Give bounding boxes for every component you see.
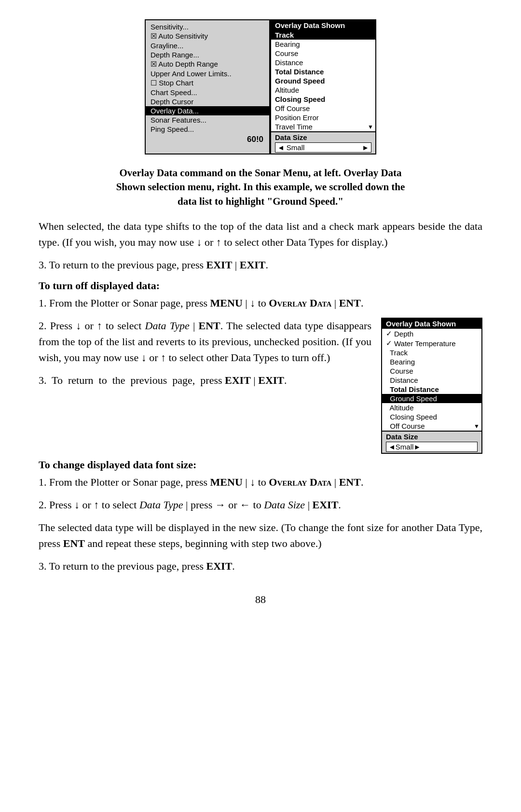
change-font-step1: 1. From the Plotter or Sonar page, press… bbox=[39, 474, 482, 490]
overlay-item-distance: Distance bbox=[271, 58, 375, 67]
data-size-value2: ◄ Small ► bbox=[386, 442, 478, 452]
overlay-item-course: Course bbox=[271, 49, 375, 58]
overlay-item-ground-speed: Ground Speed bbox=[271, 76, 375, 85]
caption-line2: Shown selection menu, right. In this exa… bbox=[116, 181, 405, 193]
heading-change-font: To change displayed data font size: bbox=[39, 459, 482, 471]
data-size-text: Small bbox=[287, 143, 305, 152]
screenshot-top: Sensitivity... Auto Sensitivity Grayline… bbox=[39, 19, 482, 154]
scroll-down-icon2: ▼ bbox=[474, 423, 480, 430]
menu-ping-speed: Ping Speed... bbox=[146, 125, 269, 134]
overlay2-item-course: Course bbox=[382, 366, 481, 376]
scroll-down-icon: ▼ bbox=[368, 124, 373, 130]
menu-sensitivity: Sensitivity... bbox=[146, 22, 269, 31]
overlay2-item-track: Track bbox=[382, 348, 481, 357]
overlay-item-track: Track bbox=[271, 30, 375, 40]
menu-sonar-features: Sonar Features... bbox=[146, 115, 269, 125]
overlay2-item-total-distance: Total Distance bbox=[382, 385, 481, 394]
overlay2-item-distance: Distance bbox=[382, 376, 481, 385]
arrow-right-icon: ► bbox=[362, 143, 369, 152]
overlay-panel-header: Overlay Data Shown bbox=[271, 20, 375, 30]
page-number: 88 bbox=[39, 593, 482, 606]
turn-off-step1: 1. From the Plotter or Sonar page, press… bbox=[39, 295, 482, 311]
data-size-text2: Small bbox=[396, 443, 414, 451]
overlay-item-total-distance: Total Distance bbox=[271, 67, 375, 76]
overlay-item-altitude: Altitude bbox=[271, 85, 375, 95]
checkmark-icon: ✓ bbox=[386, 339, 392, 348]
menu-auto-sensitivity: Auto Sensitivity bbox=[146, 31, 269, 41]
final-paragraph-1: The selected data type will be displayed… bbox=[39, 519, 482, 551]
overlay2-item-closing-speed: Closing Speed bbox=[382, 412, 481, 421]
sonar-menu-panel: Sensitivity... Auto Sensitivity Grayline… bbox=[145, 19, 270, 154]
overlay-item-closing-speed: Closing Speed bbox=[271, 95, 375, 104]
screenshot-bottom-right: Overlay Data Shown ✓Depth ✓Water Tempera… bbox=[381, 318, 482, 454]
paragraph-step3-return: 3. To return to the previous page, press… bbox=[39, 257, 482, 273]
overlay-item-off-course: Off Course bbox=[271, 104, 375, 113]
data-size-section2: Data Size ◄ Small ► bbox=[382, 431, 481, 453]
screenshot-caption: Overlay Data command on the Sonar Menu, … bbox=[39, 166, 482, 209]
menu-depth-cursor: Depth Cursor bbox=[146, 97, 269, 106]
paragraph-when-selected: When selected, the data type shifts to t… bbox=[39, 218, 482, 250]
depth-display: 60!0 bbox=[146, 134, 269, 144]
menu-overlay-data: Overlay Data... bbox=[146, 106, 269, 115]
data-size-label2: Data Size bbox=[386, 433, 478, 441]
menu-auto-depth-range: Auto Depth Range bbox=[146, 59, 269, 69]
checkmark-icon: ✓ bbox=[386, 329, 392, 338]
turn-off-section: Overlay Data Shown ✓Depth ✓Water Tempera… bbox=[39, 318, 482, 459]
overlay2-item-off-course: Off Course ▼ bbox=[382, 421, 481, 431]
data-size-label: Data Size bbox=[275, 133, 371, 141]
overlay2-header: Overlay Data Shown bbox=[382, 319, 481, 329]
menu-upper-lower: Upper And Lower Limits.. bbox=[146, 69, 269, 78]
overlay-item-position-error: Position Error bbox=[271, 113, 375, 122]
arrow-right-icon2: ► bbox=[413, 443, 421, 451]
overlay2-item-water-temp: ✓Water Temperature bbox=[382, 338, 481, 348]
data-size-value: ◄ Small ► bbox=[275, 142, 371, 153]
overlay-data-panel: Overlay Data Shown Track Bearing Course … bbox=[270, 19, 376, 154]
heading-turn-off: To turn off displayed data: bbox=[39, 280, 482, 292]
arrow-left-icon2: ◄ bbox=[388, 443, 396, 451]
menu-grayline: Grayline... bbox=[146, 41, 269, 50]
final-paragraph-2: 3. To return to the previous page, press… bbox=[39, 558, 482, 574]
caption-line1: Overlay Data command on the Sonar Menu, … bbox=[119, 167, 401, 179]
overlay2-item-depth: ✓Depth bbox=[382, 329, 481, 338]
overlay-item-list: Track Bearing Course Distance Total Dist… bbox=[271, 30, 375, 132]
caption-line3: data list to highlight "Ground Speed." bbox=[178, 196, 343, 207]
overlay-item-bearing: Bearing bbox=[271, 40, 375, 49]
arrow-left-icon: ◄ bbox=[277, 143, 285, 152]
overlay-item-travel-time: Travel Time ▼ bbox=[271, 122, 375, 131]
menu-chart-speed: Chart Speed... bbox=[146, 88, 269, 97]
overlay2-item-ground-speed: Ground Speed bbox=[382, 394, 481, 403]
overlay2-item-altitude: Altitude bbox=[382, 403, 481, 412]
menu-stop-chart: Stop Chart bbox=[146, 78, 269, 88]
overlay2-item-bearing: Bearing bbox=[382, 357, 481, 366]
menu-depth-range: Depth Range... bbox=[146, 50, 269, 59]
data-size-section: Data Size ◄ Small ► bbox=[271, 132, 375, 154]
overlay-panel2: Overlay Data Shown ✓Depth ✓Water Tempera… bbox=[381, 318, 482, 454]
change-font-step2: 2. Press ↓ or ↑ to select Data Type | pr… bbox=[39, 497, 482, 513]
